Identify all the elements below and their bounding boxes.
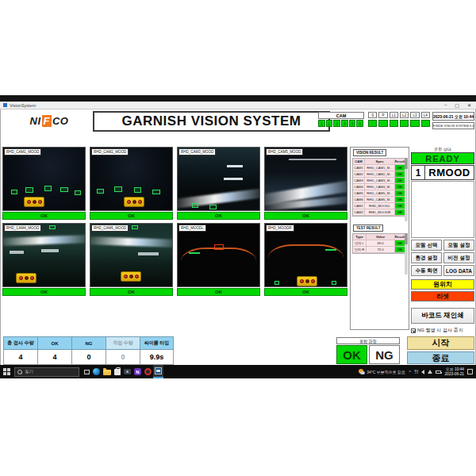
run-status-indicator: READY [411,152,474,164]
n-app-button[interactable]: N [132,365,143,378]
taskbar-search-box[interactable]: 찾기 [14,367,79,377]
taskbar: 찾기 N 34°C 부분적으로 맑음 ^ 한 오전 10: [0,365,476,378]
cell: CAM1 [353,165,365,171]
camera-label-4: RHD_CAM5_MOOD [266,148,303,155]
camera-label-5: RHD_CAM4_MOOD [4,225,41,232]
manual-screen-button[interactable]: 수동 화면 [411,265,442,276]
run-status-label: 운전 상태 [411,147,474,152]
reset-button[interactable]: 리셋 [411,291,474,301]
weather-icon [359,369,365,375]
cell: RHD_CAM3_M... [365,178,395,184]
cell: RHD_CAM2_M... [365,171,395,178]
action-center-icon[interactable] [467,369,473,374]
recorder-app-button[interactable] [143,365,153,378]
camera-status-8: OK [264,288,347,296]
model-setting-button[interactable]: 모델 설정 [443,240,474,251]
camera-app-button[interactable] [122,365,132,378]
io-lamp-p [378,120,387,127]
camera-view-1: RHD_CAM1_MOOD OK [2,147,86,221]
table-row: CAM6RHD_CAM6_M...OK [353,197,404,203]
record-icon [144,368,152,375]
camera-image-3: RHD_CAM3_MOOD [177,147,260,211]
cell: 72.0 [367,247,395,253]
detection-overlay [114,186,122,192]
test-col-value: Value [367,234,395,240]
vision-app-icon [155,367,162,374]
logo-text-right: CO [52,115,69,127]
detection-overlay [152,190,160,194]
taskbar-clock[interactable]: 오전 10:44 2023-06-21 [444,367,464,377]
camera-status-5: OK [2,288,86,296]
minimize-button[interactable]: – [444,102,447,108]
table-row: CAM4RHD_CAM4_M...OK [353,184,404,190]
io-indicator-panel: S P L1 L2 L3 L4 [368,112,430,127]
stat-value-cycle: 9.9s [140,350,174,365]
cell: 69.0 [367,240,395,247]
env-setting-button[interactable]: 환경 설정 [411,252,442,263]
vision-app-button-active[interactable] [153,365,163,378]
vision-setting-button[interactable]: 비전 설정 [443,252,474,263]
tray-expand-chevron[interactable]: ^ [409,370,411,374]
light-streak [90,236,173,248]
barcode-reprint-button[interactable]: 바코드 재인쇄 [411,308,474,324]
cam-lamp-2: 2 [326,120,333,127]
ime-indicator[interactable]: 한 [414,369,419,374]
light-streak [2,235,86,246]
camera-image-7: RHD_MOODL [177,223,260,287]
close-button[interactable]: ✕ [467,102,471,108]
maximize-button[interactable]: ▢ [455,102,459,108]
vision-table-scrollbar[interactable] [405,158,408,221]
camera-view-7: RHD_MOODL OK [177,223,260,297]
home-position-button[interactable]: 원위치 [411,279,474,290]
test-result-title: TEST RESULT [353,225,383,232]
stat-header-total: 총 검사 수량 [3,336,37,350]
window-titlebar: VisionSystem – ▢ ✕ [0,102,476,109]
taskbar-weather[interactable]: 34°C 부분적으로 맑음 [359,369,405,375]
model-select-button[interactable]: 모델 선택 [411,240,442,251]
task-view-button[interactable] [82,365,91,378]
camera-label-7: RHD_MOODL [178,225,206,232]
detection-overlay [209,205,217,209]
detection-overlay [25,187,33,193]
camera-label-1: RHD_CAM1_MOOD [4,148,41,155]
ng-stop-label: NG 발생 시 검사 중지 [417,327,463,334]
cell: CAM4 [353,184,365,190]
control-panel: 운전 상태 READY 1 RMOOD 모델 선택 모델 설정 환경 설정 비전… [411,147,474,334]
network-icon[interactable] [428,370,432,374]
clock-date: 2023-06-21 [444,372,464,377]
start-menu-button[interactable] [0,365,13,378]
file-explorer-button[interactable] [102,365,112,378]
log-data-button[interactable]: LOG DATA [443,265,474,276]
light-bar [10,251,24,254]
light-bar [224,178,243,180]
stop-button[interactable]: 종료 [407,351,474,364]
test-table-scrollbar[interactable] [405,233,408,274]
light-bar [138,252,159,255]
cell: CAM3 [353,178,365,184]
table-row: CAM2RHD_CAM2_M...OK [353,171,404,178]
logo-orange-block: F [42,115,52,127]
speaker-icon[interactable] [421,370,424,374]
app-icon [3,103,7,107]
stat-value-ng: 0 [71,350,106,365]
cell: RHD_CAM6_M... [365,197,395,203]
detection-overlay [274,281,279,285]
stat-header-ok: OK [37,336,71,350]
store-button[interactable] [112,365,122,378]
battery-icon[interactable] [436,370,441,374]
camera-image-1: RHD_CAM1_MOOD [2,147,86,211]
folder-icon [103,370,111,375]
checkbox-icon[interactable] [411,328,416,333]
ng-stop-checkbox[interactable]: NG 발생 시 검사 중지 [411,327,474,334]
detection-overlay [97,189,104,194]
edge-browser-button[interactable] [91,365,102,378]
cell: CAM1 [353,203,365,209]
message-listbox [411,181,474,238]
overall-judgment-label: 종합 판정 [336,337,400,344]
io-lamp-l3 [410,120,419,127]
camera-status-6: OK [90,288,173,296]
cell: CAM2 [353,209,365,216]
start-button[interactable]: 시작 [407,336,474,350]
captured-screen: VisionSystem – ▢ ✕ NIFCO GARNISH VISION … [0,95,476,378]
vision-col-spec: Spec [365,159,395,165]
